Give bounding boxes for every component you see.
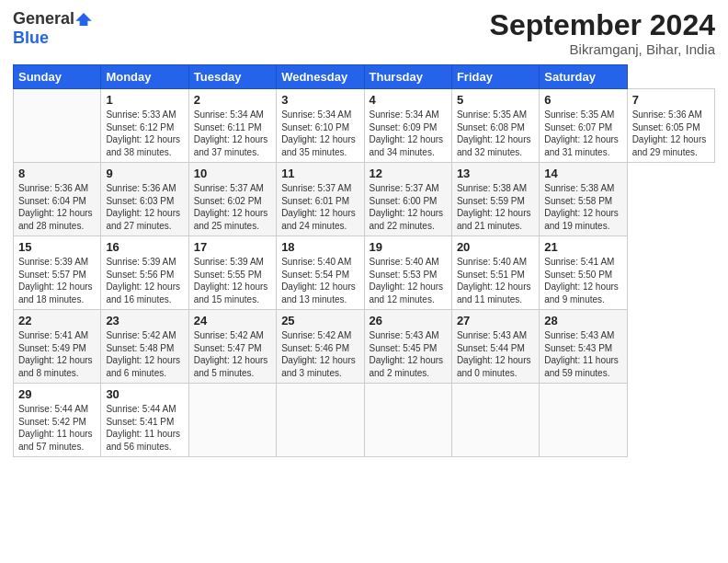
week-row-5: 29 Sunrise: 5:44 AMSunset: 5:42 PMDaylig…: [14, 384, 715, 457]
day-info: Sunrise: 5:33 AMSunset: 6:12 PMDaylight:…: [106, 109, 180, 157]
empty-cell: [540, 384, 627, 457]
weekday-header-friday: Friday: [451, 65, 539, 89]
day-cell-11: 11 Sunrise: 5:37 AMSunset: 6:01 PMDaylig…: [277, 163, 364, 236]
svg-marker-0: [75, 13, 92, 26]
day-info: Sunrise: 5:34 AMSunset: 6:10 PMDaylight:…: [281, 109, 356, 157]
day-number: 5: [457, 93, 534, 107]
day-info: Sunrise: 5:41 AMSunset: 5:49 PMDaylight:…: [18, 330, 93, 378]
day-number: 12: [370, 167, 447, 180]
title-block: September 2024 Bikramganj, Bihar, India: [490, 9, 715, 57]
empty-cell: [364, 384, 451, 457]
day-cell-7: 7 Sunrise: 5:36 AMSunset: 6:05 PMDayligh…: [627, 89, 714, 163]
day-number: 2: [194, 93, 271, 107]
day-info: Sunrise: 5:43 AMSunset: 5:44 PMDaylight:…: [457, 330, 531, 378]
day-info: Sunrise: 5:43 AMSunset: 5:43 PMDaylight:…: [544, 330, 619, 378]
day-cell-24: 24 Sunrise: 5:42 AMSunset: 5:47 PMDaylig…: [188, 310, 276, 384]
logo-general-text: General: [13, 9, 74, 29]
day-number: 6: [544, 93, 621, 107]
day-info: Sunrise: 5:37 AMSunset: 6:00 PMDaylight:…: [370, 183, 444, 231]
day-number: 16: [106, 240, 183, 254]
day-number: 24: [194, 314, 271, 327]
day-info: Sunrise: 5:36 AMSunset: 6:04 PMDaylight:…: [18, 183, 93, 231]
day-cell-26: 26 Sunrise: 5:43 AMSunset: 5:45 PMDaylig…: [364, 310, 451, 384]
day-number: 1: [106, 93, 183, 107]
logo: General Blue: [13, 9, 92, 48]
day-info: Sunrise: 5:34 AMSunset: 6:11 PMDaylight:…: [194, 109, 268, 157]
day-cell-9: 9 Sunrise: 5:36 AMSunset: 6:03 PMDayligh…: [101, 163, 188, 236]
day-number: 29: [18, 387, 96, 401]
day-cell-29: 29 Sunrise: 5:44 AMSunset: 5:42 PMDaylig…: [14, 384, 101, 457]
day-cell-5: 5 Sunrise: 5:35 AMSunset: 6:08 PMDayligh…: [451, 89, 539, 163]
day-cell-16: 16 Sunrise: 5:39 AMSunset: 5:56 PMDaylig…: [101, 236, 188, 310]
empty-cell: [451, 384, 539, 457]
day-info: Sunrise: 5:37 AMSunset: 6:02 PMDaylight:…: [194, 183, 268, 231]
day-cell-21: 21 Sunrise: 5:41 AMSunset: 5:50 PMDaylig…: [540, 236, 627, 310]
day-cell-14: 14 Sunrise: 5:38 AMSunset: 5:58 PMDaylig…: [540, 163, 627, 236]
location: Bikramganj, Bihar, India: [490, 41, 715, 57]
weekday-header-saturday: Saturday: [540, 65, 627, 89]
day-cell-12: 12 Sunrise: 5:37 AMSunset: 6:00 PMDaylig…: [364, 163, 451, 236]
day-cell-2: 2 Sunrise: 5:34 AMSunset: 6:11 PMDayligh…: [188, 89, 276, 163]
day-info: Sunrise: 5:37 AMSunset: 6:01 PMDaylight:…: [281, 183, 356, 231]
day-cell-22: 22 Sunrise: 5:41 AMSunset: 5:49 PMDaylig…: [14, 310, 101, 384]
day-number: 17: [194, 240, 271, 254]
day-cell-15: 15 Sunrise: 5:39 AMSunset: 5:57 PMDaylig…: [14, 236, 101, 310]
day-number: 26: [370, 314, 447, 327]
day-cell-4: 4 Sunrise: 5:34 AMSunset: 6:09 PMDayligh…: [364, 89, 451, 163]
day-cell-13: 13 Sunrise: 5:38 AMSunset: 5:59 PMDaylig…: [451, 163, 539, 236]
day-info: Sunrise: 5:40 AMSunset: 5:54 PMDaylight:…: [281, 257, 356, 304]
week-row-2: 8 Sunrise: 5:36 AMSunset: 6:04 PMDayligh…: [14, 163, 715, 236]
day-info: Sunrise: 5:39 AMSunset: 5:56 PMDaylight:…: [106, 257, 180, 304]
day-info: Sunrise: 5:39 AMSunset: 5:55 PMDaylight:…: [194, 257, 268, 304]
day-info: Sunrise: 5:44 AMSunset: 5:42 PMDaylight:…: [18, 404, 93, 452]
day-number: 4: [370, 93, 447, 107]
logo-icon: [75, 13, 92, 26]
day-number: 10: [194, 167, 271, 180]
day-number: 27: [457, 314, 534, 327]
day-cell-6: 6 Sunrise: 5:35 AMSunset: 6:07 PMDayligh…: [540, 89, 627, 163]
day-number: 8: [18, 167, 96, 180]
day-info: Sunrise: 5:41 AMSunset: 5:50 PMDaylight:…: [544, 257, 619, 304]
day-info: Sunrise: 5:42 AMSunset: 5:48 PMDaylight:…: [106, 330, 180, 378]
logo-blue-text: Blue: [13, 29, 49, 48]
day-cell-8: 8 Sunrise: 5:36 AMSunset: 6:04 PMDayligh…: [14, 163, 101, 236]
day-number: 25: [281, 314, 358, 327]
weekday-header-tuesday: Tuesday: [188, 65, 276, 89]
day-info: Sunrise: 5:40 AMSunset: 5:53 PMDaylight:…: [370, 257, 444, 304]
day-info: Sunrise: 5:35 AMSunset: 6:08 PMDaylight:…: [457, 109, 531, 157]
day-number: 18: [281, 240, 358, 254]
day-number: 30: [106, 387, 183, 401]
day-cell-1: 1 Sunrise: 5:33 AMSunset: 6:12 PMDayligh…: [101, 89, 188, 163]
day-number: 21: [544, 240, 621, 254]
day-number: 14: [544, 167, 621, 180]
weekday-header-thursday: Thursday: [364, 65, 451, 89]
day-info: Sunrise: 5:38 AMSunset: 5:59 PMDaylight:…: [457, 183, 531, 231]
day-number: 28: [544, 314, 621, 327]
page-container: General Blue September 2024 Bikramganj, …: [0, 0, 728, 466]
day-cell-17: 17 Sunrise: 5:39 AMSunset: 5:55 PMDaylig…: [188, 236, 276, 310]
day-cell-27: 27 Sunrise: 5:43 AMSunset: 5:44 PMDaylig…: [451, 310, 539, 384]
day-cell-30: 30 Sunrise: 5:44 AMSunset: 5:41 PMDaylig…: [101, 384, 188, 457]
day-cell-19: 19 Sunrise: 5:40 AMSunset: 5:53 PMDaylig…: [364, 236, 451, 310]
day-number: 13: [457, 167, 534, 180]
day-cell-23: 23 Sunrise: 5:42 AMSunset: 5:48 PMDaylig…: [101, 310, 188, 384]
day-cell-25: 25 Sunrise: 5:42 AMSunset: 5:46 PMDaylig…: [277, 310, 364, 384]
day-info: Sunrise: 5:38 AMSunset: 5:58 PMDaylight:…: [544, 183, 619, 231]
day-info: Sunrise: 5:42 AMSunset: 5:46 PMDaylight:…: [281, 330, 356, 378]
day-info: Sunrise: 5:42 AMSunset: 5:47 PMDaylight:…: [194, 330, 268, 378]
empty-cell: [188, 384, 276, 457]
day-cell-10: 10 Sunrise: 5:37 AMSunset: 6:02 PMDaylig…: [188, 163, 276, 236]
empty-cell: [277, 384, 364, 457]
day-info: Sunrise: 5:36 AMSunset: 6:05 PMDaylight:…: [632, 109, 707, 157]
day-info: Sunrise: 5:36 AMSunset: 6:03 PMDaylight:…: [106, 183, 180, 231]
day-info: Sunrise: 5:43 AMSunset: 5:45 PMDaylight:…: [370, 330, 444, 378]
weekday-header-sunday: Sunday: [14, 65, 101, 89]
day-cell-28: 28 Sunrise: 5:43 AMSunset: 5:43 PMDaylig…: [540, 310, 627, 384]
day-cell-18: 18 Sunrise: 5:40 AMSunset: 5:54 PMDaylig…: [277, 236, 364, 310]
weekday-header-monday: Monday: [101, 65, 188, 89]
empty-cell: [14, 89, 101, 163]
weekday-header-wednesday: Wednesday: [277, 65, 364, 89]
day-number: 23: [106, 314, 183, 327]
week-row-1: 1 Sunrise: 5:33 AMSunset: 6:12 PMDayligh…: [14, 89, 715, 163]
day-info: Sunrise: 5:39 AMSunset: 5:57 PMDaylight:…: [18, 257, 93, 304]
